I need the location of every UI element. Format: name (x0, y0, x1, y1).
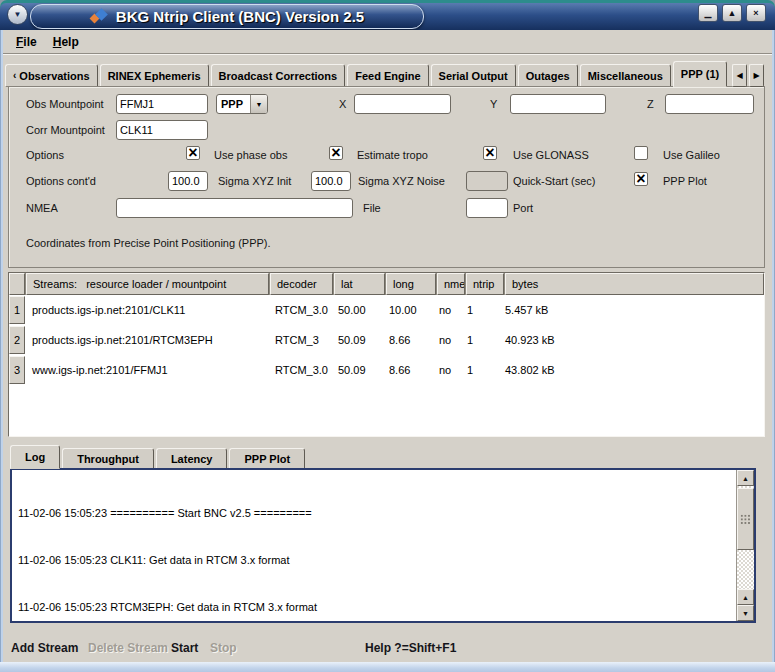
table-row[interactable]: 2 products.igs-ip.net:2101/RTCM3EPH RTCM… (9, 325, 764, 355)
use-glonass-checkbox[interactable]: × (483, 146, 497, 160)
z-field[interactable] (665, 94, 754, 114)
options-label: Options (26, 149, 64, 161)
delete-stream-button[interactable]: Delete Stream (88, 641, 168, 655)
tab-label: Miscellaneous (588, 70, 663, 82)
combo-arrow-button[interactable]: ▼ (250, 95, 267, 113)
tab-label: Throughput (77, 453, 139, 465)
tab-label: Broadcast Corrections (219, 70, 338, 82)
table-row[interactable]: 1 products.igs-ip.net:2101/CLK11 RTCM_3.… (9, 295, 764, 325)
table-row[interactable]: 3 www.igs-ip.net:2101/FFMJ1 RTCM_3.0 50.… (9, 355, 764, 385)
stop-button[interactable]: Stop (210, 641, 237, 655)
header-long[interactable]: long (386, 273, 436, 295)
sigma-xyz-init-field[interactable] (168, 171, 208, 191)
header-lat[interactable]: lat (334, 273, 385, 295)
use-glonass-label: Use GLONASS (513, 149, 589, 161)
x-label: X (339, 98, 346, 110)
header-decoder[interactable]: decoder (270, 273, 333, 295)
sigma-xyz-init-label: Sigma XYZ Init (218, 175, 291, 187)
ppp-plot-label: PPP Plot (663, 175, 707, 187)
tab-rinex-ephemeris[interactable]: RINEX Ephemeris (100, 64, 209, 87)
scrollbar-track[interactable] (737, 550, 754, 589)
estimate-tropo-checkbox[interactable]: × (329, 146, 343, 160)
tab-log[interactable]: Log (10, 445, 60, 469)
help-shortcut-label: Help ?=Shift+F1 (365, 641, 456, 655)
shade-button[interactable]: ▲ (722, 4, 742, 22)
tab-observations[interactable]: ‹ Observations (5, 64, 98, 87)
log-line: 11-02-06 15:05:23 RTCM3EPH: Get data in … (18, 600, 732, 616)
tab-miscellaneous[interactable]: Miscellaneous (580, 64, 671, 87)
cell-mountpoint: www.igs-ip.net:2101/FFMJ1 (25, 355, 268, 385)
use-phase-obs-checkbox[interactable]: × (186, 146, 200, 160)
ppp-mode-select[interactable]: PPP ▼ (216, 94, 268, 114)
triangle-left-icon: ◀ (736, 71, 742, 80)
window-body: File Help ‹ Observations RINEX Ephemeris… (3, 30, 772, 662)
header-corner-cell[interactable] (9, 273, 25, 295)
log-scrollbar[interactable]: ▲ ▲ ▼ (736, 470, 754, 621)
cell-long: 8.66 (382, 355, 432, 385)
menu-bar: File Help (3, 30, 772, 54)
cell-long: 8.66 (382, 325, 432, 355)
nmea-port-field[interactable] (466, 198, 508, 218)
scroll-up-button-bottom[interactable]: ▲ (737, 589, 754, 605)
header-nmea[interactable]: nmea (437, 273, 465, 295)
menu-help[interactable]: Help (53, 35, 79, 49)
minimize-button[interactable]: ▁ (698, 4, 718, 22)
triangle-down-icon: ▼ (256, 101, 263, 108)
ppp-plot-checkbox[interactable]: × (634, 172, 648, 186)
triangle-down-icon: ▼ (742, 610, 749, 617)
start-button[interactable]: Start (171, 641, 198, 655)
row-number-cell[interactable]: 3 (9, 356, 25, 384)
cell-nmea: no (432, 295, 460, 325)
nmea-label: NMEA (26, 202, 58, 214)
tab-scroll-left-button[interactable]: ◀ (732, 64, 747, 87)
log-text: 11-02-06 15:05:23 ========== Start BNC v… (18, 475, 732, 619)
cell-long: 10.00 (382, 295, 432, 325)
header-bytes[interactable]: bytes (505, 273, 764, 295)
tab-feed-engine[interactable]: Feed Engine (347, 64, 428, 87)
x-field[interactable] (354, 94, 451, 114)
cell-ntrip: 1 (460, 295, 498, 325)
scroll-up-button[interactable]: ▲ (737, 470, 754, 486)
sigma-xyz-noise-field[interactable] (311, 171, 351, 191)
obs-mountpoint-field[interactable] (116, 94, 208, 114)
grip-dots-icon (740, 514, 751, 525)
add-stream-button[interactable]: Add Stream (11, 641, 78, 655)
y-field[interactable] (510, 94, 606, 114)
cell-ntrip: 1 (460, 355, 498, 385)
tab-ppp[interactable]: PPP (1) (673, 61, 727, 87)
scrollbar-thumb[interactable] (737, 488, 754, 550)
tab-ppp-plot[interactable]: PPP Plot (229, 448, 305, 469)
window-border-bottom (0, 662, 775, 672)
close-button[interactable]: × (746, 4, 766, 22)
ppp-tab-panel: Obs Mountpoint PPP ▼ X Y Z Corr Mountpoi… (8, 86, 765, 268)
menu-file[interactable]: File (16, 35, 37, 49)
use-galileo-checkbox[interactable] (634, 146, 648, 160)
tab-serial-output[interactable]: Serial Output (431, 64, 516, 87)
triangle-up-icon: ▲ (742, 475, 749, 482)
cell-mountpoint: products.igs-ip.net:2101/CLK11 (25, 295, 268, 325)
tab-scroll-right-button[interactable]: ▶ (749, 64, 764, 87)
row-number-cell[interactable]: 2 (9, 326, 25, 354)
cell-lat: 50.09 (331, 325, 382, 355)
header-mountpoint[interactable]: Streams: resource loader / mountpoint (26, 273, 269, 295)
row-number-cell[interactable]: 1 (9, 296, 25, 324)
corr-mountpoint-field[interactable] (116, 120, 208, 140)
title-pill: BKG Ntrip Client (BNC) Version 2.5 (30, 4, 424, 29)
tab-broadcast-corrections[interactable]: Broadcast Corrections (211, 64, 346, 87)
quick-start-label: Quick-Start (sec) (513, 175, 596, 187)
nmea-file-field[interactable] (116, 198, 353, 218)
window-menu-button[interactable]: ▼ (7, 4, 28, 25)
scroll-down-button[interactable]: ▼ (737, 605, 754, 621)
tab-scroll-buttons: ◀ ▶ (732, 64, 764, 87)
ppp-mode-value: PPP (217, 95, 250, 113)
minimize-icon: ▁ (705, 9, 712, 18)
obs-mountpoint-label: Obs Mountpoint (26, 98, 104, 110)
cell-nmea: no (432, 325, 460, 355)
tab-latency[interactable]: Latency (156, 448, 228, 469)
cell-lat: 50.00 (331, 295, 382, 325)
log-view[interactable]: 11-02-06 15:05:23 ========== Start BNC v… (10, 468, 756, 623)
header-ntrip[interactable]: ntrip (466, 273, 504, 295)
streams-table: Streams: resource loader / mountpoint de… (8, 272, 765, 437)
tab-throughput[interactable]: Throughput (62, 448, 154, 469)
tab-outages[interactable]: Outages (518, 64, 578, 87)
